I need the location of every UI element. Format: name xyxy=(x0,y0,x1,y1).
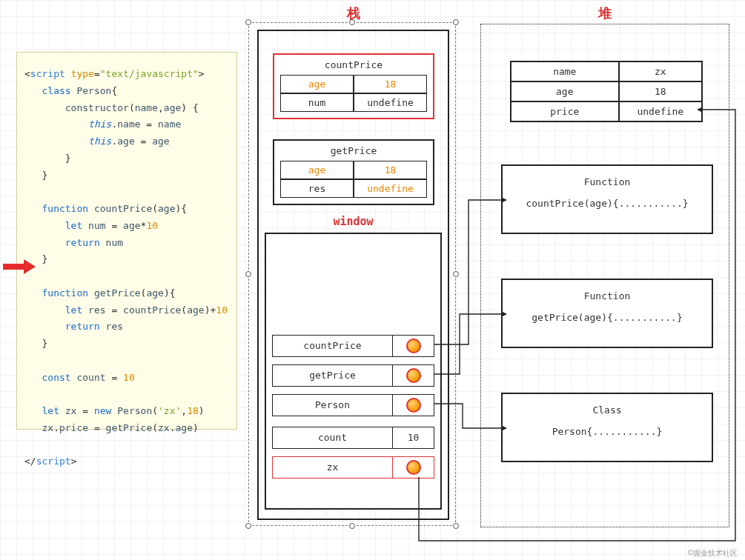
scope-var-name: Person xyxy=(273,395,392,416)
heap-title: 堆 xyxy=(480,4,729,22)
obj-key: price xyxy=(511,101,619,121)
obj-val: undefine xyxy=(619,101,702,121)
code-panel: <script type="text/javascript"> class Pe… xyxy=(16,52,237,430)
window-scope-box: countPrice getPrice Person count 10 zx xyxy=(265,233,442,510)
window-label: window xyxy=(257,215,449,228)
var-val: 18 xyxy=(354,75,427,93)
obj-key: name xyxy=(511,61,619,81)
var-val: 18 xyxy=(354,161,427,179)
var-val: undefine xyxy=(354,179,427,198)
selection-handle[interactable] xyxy=(245,271,251,277)
stack-frame-title: getPrice xyxy=(274,141,433,161)
reference-dot-icon xyxy=(406,460,421,475)
var-key: age xyxy=(280,161,354,179)
scope-ref-cell xyxy=(392,395,434,416)
heap-box-countprice-fn: Function countPrice(age){...........} xyxy=(501,164,713,234)
code-open-tag: script xyxy=(30,68,65,79)
code-close-tag: script xyxy=(36,456,71,467)
execution-pointer-arrow xyxy=(3,261,40,273)
scope-var-name: zx xyxy=(273,457,392,478)
obj-key: age xyxy=(511,81,619,101)
code-attr: type xyxy=(71,68,94,79)
scope-var-name: count xyxy=(273,427,392,448)
selection-handle[interactable] xyxy=(245,19,251,25)
reference-dot-icon xyxy=(406,398,421,413)
scope-ref-cell xyxy=(392,365,434,386)
stack-frame-countprice: countPrice age 18 num undefine xyxy=(273,53,434,119)
watermark: ©掘金技术社区 xyxy=(688,548,738,559)
selection-handle[interactable] xyxy=(349,19,355,25)
scope-var-name: getPrice xyxy=(273,365,392,386)
obj-val: zx xyxy=(619,61,702,81)
stack-frame-title: countPrice xyxy=(274,55,433,75)
reference-dot-icon xyxy=(406,368,421,383)
scope-row-countprice: countPrice xyxy=(272,335,434,357)
stack-frame-getprice: getPrice age 18 res undefine xyxy=(273,139,434,205)
selection-handle[interactable] xyxy=(453,19,459,25)
scope-row-count: count 10 xyxy=(272,427,434,449)
selection-handle[interactable] xyxy=(453,271,459,277)
obj-val: 18 xyxy=(619,81,702,101)
heap-box-body: countPrice(age){...........} xyxy=(509,198,706,209)
scope-var-name: countPrice xyxy=(273,336,392,356)
heap-object-person: namezx age18 priceundefine xyxy=(510,61,703,122)
heap-box-title: Function xyxy=(509,176,706,187)
heap-box-person-class: Class Person{...........} xyxy=(501,393,713,462)
scope-ref-cell xyxy=(392,457,434,478)
scope-row-person: Person xyxy=(272,394,434,416)
scope-var-value: 10 xyxy=(392,427,434,448)
heap-box-title: Class xyxy=(509,404,706,416)
heap-box-body: getPrice(age){...........} xyxy=(509,312,706,323)
scope-row-zx: zx xyxy=(272,456,434,479)
reference-dot-icon xyxy=(406,339,421,353)
code-attr-val: "text/javascript" xyxy=(100,68,199,79)
selection-handle[interactable] xyxy=(349,523,355,529)
var-val: undefine xyxy=(354,93,427,112)
heap-box-getprice-fn: Function getPrice(age){...........} xyxy=(501,279,713,348)
heap-box-body: Person{...........} xyxy=(509,426,706,437)
scope-ref-cell xyxy=(392,336,434,356)
selection-handle[interactable] xyxy=(245,523,251,529)
selection-handle[interactable] xyxy=(453,523,459,529)
var-key: num xyxy=(280,93,354,112)
scope-row-getprice: getPrice xyxy=(272,364,434,387)
heap-box-title: Function xyxy=(509,290,706,301)
var-key: res xyxy=(280,179,354,198)
var-key: age xyxy=(280,75,354,93)
